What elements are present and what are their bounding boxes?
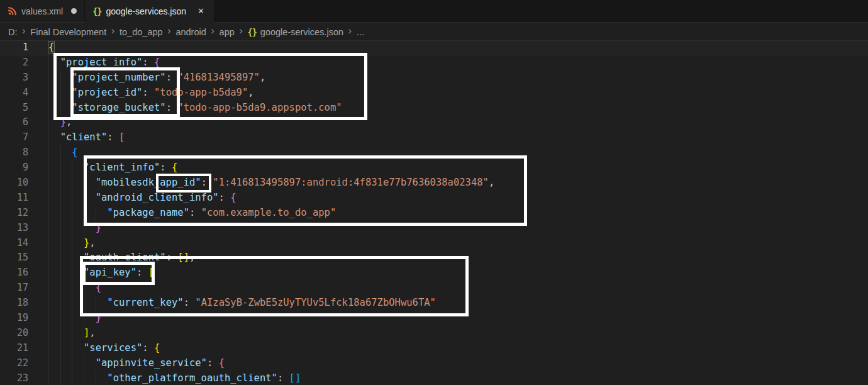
code-token: :: [189, 207, 201, 218]
code-token: :: [136, 267, 148, 278]
code-lines: 1{2"project_info": {3"project_number": "…: [0, 40, 868, 385]
code-line[interactable]: 11"android_client_info": {: [0, 191, 868, 206]
indent-guides: [48, 115, 60, 130]
code-line[interactable]: 22"appinvite_service": {: [0, 356, 868, 371]
indent-guides: [48, 356, 96, 371]
code-token: {: [154, 342, 160, 354]
code-token: "client": [60, 131, 108, 143]
breadcrumb-item[interactable]: google-services.json: [260, 27, 343, 37]
code-token: }: [96, 222, 101, 233]
code-line[interactable]: 9"client_info": {: [0, 160, 868, 176]
code-token: "client_info": [84, 162, 160, 173]
code-line[interactable]: 15"oauth_client": [],: [0, 250, 868, 265]
line-number: 3: [0, 70, 28, 86]
code-line[interactable]: 17{: [0, 281, 868, 296]
code-token: :: [142, 342, 154, 354]
code-token: ,: [89, 327, 95, 338]
code-token: "android_client_info": [96, 192, 219, 203]
code-token: :: [107, 131, 119, 143]
code-token: []: [177, 252, 189, 263]
code-token: }: [84, 237, 89, 248]
code-line[interactable]: 13}: [0, 221, 868, 236]
indent-guides: [48, 101, 72, 116]
code-line[interactable]: 5"storage_bucket": "todo-app-b5da9.appsp…: [0, 101, 868, 116]
code-token: [: [148, 267, 154, 278]
code-line[interactable]: 6},: [0, 115, 868, 130]
code-line[interactable]: 21"services": {: [0, 341, 868, 356]
code-token: "mobilesdk_app_id": [96, 177, 201, 188]
vscode-window: values.xml {} google-services.json ✕ D:›…: [0, 0, 868, 385]
code-token: :: [142, 87, 154, 98]
code-token: "appinvite_service": [96, 357, 207, 369]
breadcrumb-item[interactable]: D:: [8, 27, 18, 37]
xml-file-icon: [8, 6, 17, 16]
code-line[interactable]: 19}: [0, 311, 868, 326]
line-number: 20: [0, 326, 28, 341]
indent-guides: [48, 341, 84, 356]
breadcrumb-item[interactable]: to_do_app: [120, 27, 163, 37]
indent-guides: [48, 55, 60, 70]
code-token: "todo-app-b5da9.appspot.com": [177, 102, 342, 113]
line-number: 2: [0, 55, 28, 70]
line-number: 6: [0, 115, 28, 130]
code-token: "AIzaSyB-ZwbE5zUyTYUv5Lfck18a67ZbOHwu6TA…: [195, 297, 436, 308]
code-token: "project_id": [72, 87, 142, 98]
code-line[interactable]: 20],: [0, 326, 868, 341]
indent-guides: [48, 160, 84, 176]
code-token: :: [166, 72, 178, 83]
line-number: 9: [0, 160, 28, 176]
code-line[interactable]: 23"other_platform_oauth_client": []: [0, 371, 868, 385]
code-line[interactable]: 10"mobilesdk_app_id": "1:416813495897:an…: [0, 176, 868, 191]
code-line[interactable]: 1{: [0, 40, 868, 55]
chevron-right-icon: ›: [239, 26, 243, 36]
tab-google-services-json[interactable]: {} google-services.json ✕: [85, 0, 214, 22]
code-line[interactable]: 12"package_name": "com.example.to_do_app…: [0, 206, 868, 221]
code-token: ,: [260, 72, 265, 83]
line-number: 13: [0, 221, 28, 236]
chevron-right-icon: ›: [22, 26, 26, 36]
indent-guides: [48, 236, 84, 251]
json-braces-icon: {}: [248, 27, 257, 37]
code-token: "com.example.to_do_app": [201, 207, 337, 218]
code-token: :: [184, 297, 196, 308]
line-number: 10: [0, 176, 28, 191]
tab-values-xml[interactable]: values.xml: [0, 0, 85, 22]
code-line[interactable]: 4"project_id": "todo-app-b5da9",: [0, 86, 868, 101]
indent-guides: [48, 176, 96, 191]
code-line[interactable]: 8{: [0, 145, 868, 160]
line-number: 19: [0, 311, 28, 326]
code-token: "1:416813495897:android:4f831e77b7636038…: [213, 177, 489, 188]
code-token: }: [60, 116, 66, 128]
code-line[interactable]: 18"current_key": "AIzaSyB-ZwbE5zUyTYUv5L…: [0, 296, 868, 311]
editor-pane[interactable]: 1{2"project_info": {3"project_number": "…: [0, 40, 868, 385]
breadcrumb-item[interactable]: app: [220, 27, 235, 37]
code-token: "current_key": [107, 297, 183, 308]
code-token: "project_info": [60, 57, 143, 68]
modified-dot-icon[interactable]: [71, 8, 77, 14]
code-token: "storage_bucket": [72, 102, 165, 113]
indent-guides: [48, 221, 96, 236]
tab-label: google-services.json: [106, 6, 186, 16]
code-line[interactable]: 16"api_key": [: [0, 265, 868, 281]
indent-guides: [48, 281, 96, 296]
line-number: 11: [0, 191, 28, 206]
code-line[interactable]: 2"project_info": {: [0, 55, 868, 70]
code-token: ,: [89, 237, 95, 248]
close-icon[interactable]: ✕: [196, 6, 206, 16]
code-token: :: [166, 252, 178, 263]
breadcrumb: D:›Final Development›to_do_app›android›a…: [0, 23, 868, 40]
code-token: "todo-app-b5da9": [154, 87, 248, 98]
code-line[interactable]: 14},: [0, 236, 868, 251]
line-number: 21: [0, 341, 28, 356]
breadcrumb-item[interactable]: android: [175, 27, 206, 37]
line-number: 1: [0, 40, 28, 55]
breadcrumb-item[interactable]: Final Development: [30, 27, 106, 37]
breadcrumb-item[interactable]: ...: [357, 27, 364, 37]
code-token: {: [72, 147, 77, 158]
tab-label: values.xml: [21, 6, 63, 16]
code-line[interactable]: 3"project_number": "416813495897",: [0, 70, 868, 86]
code-token: ]: [84, 327, 89, 338]
code-token: [: [119, 131, 125, 143]
indent-guides: [48, 311, 96, 326]
code-line[interactable]: 7"client": [: [0, 130, 868, 145]
